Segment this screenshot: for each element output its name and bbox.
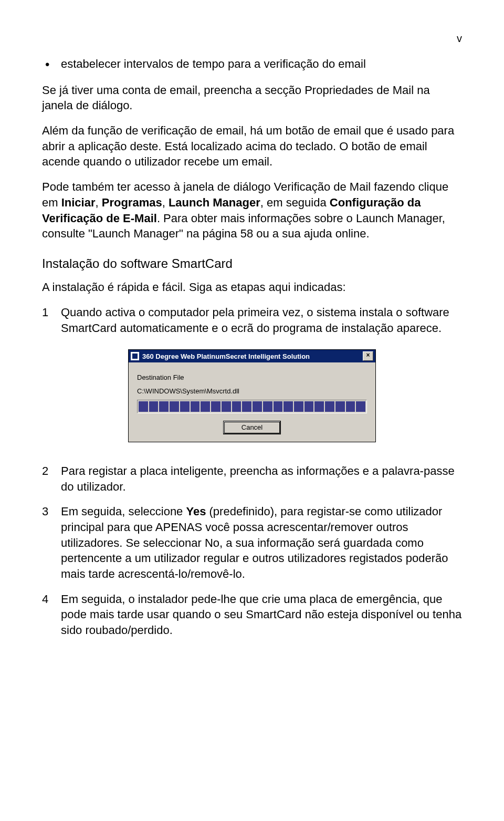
text-run: , — [162, 196, 169, 209]
paragraph: Se já tiver uma conta de email, preencha… — [42, 82, 462, 113]
bullet-item: estabelecer intervalos de tempo para a v… — [42, 56, 462, 72]
progress-segment — [149, 401, 159, 412]
bold-run: Programas — [102, 196, 162, 209]
progress-segment — [356, 401, 365, 412]
section-heading: Instalação do software SmartCard — [42, 255, 462, 272]
step-item: 2 Para registar a placa inteligente, pre… — [42, 463, 462, 494]
paragraph: Além da função de verificação de email, … — [42, 123, 462, 170]
step-number: 4 — [42, 591, 61, 638]
field-label: Destination File — [137, 373, 367, 382]
step-item: 3 Em seguida, seleccione Yes (predefinid… — [42, 504, 462, 581]
progress-segment — [232, 401, 242, 412]
progress-bar — [137, 400, 367, 413]
progress-segment — [180, 401, 190, 412]
text-run: Em seguida, seleccione — [61, 505, 186, 518]
progress-segment — [335, 401, 345, 412]
step-text: Para registar a placa inteligente, preen… — [61, 463, 462, 494]
bold-run: Iniciar — [61, 196, 96, 209]
progress-segment — [201, 401, 210, 412]
step-list: 1 Quando activa o computador pela primei… — [42, 305, 462, 336]
dialog-figure: 360 Degree Web PlatinumSecret Intelligen… — [42, 349, 462, 442]
progress-segment — [159, 401, 169, 412]
step-item: 1 Quando activa o computador pela primei… — [42, 305, 462, 336]
dialog-title: 360 Degree Web PlatinumSecret Intelligen… — [142, 352, 363, 361]
paragraph: A instalação é rápida e fácil. Siga as e… — [42, 279, 462, 295]
step-number: 2 — [42, 463, 61, 494]
progress-segment — [314, 401, 324, 412]
bullet-list: estabelecer intervalos de tempo para a v… — [42, 56, 462, 72]
step-number: 1 — [42, 305, 61, 336]
step-item: 4 Em seguida, o instalador pede-lhe que … — [42, 591, 462, 638]
step-text: Em seguida, o instalador pede-lhe que cr… — [61, 591, 462, 638]
step-text: Quando activa o computador pela primeira… — [61, 305, 462, 336]
progress-segment — [139, 401, 148, 412]
progress-segment — [325, 401, 334, 412]
bold-run: Yes — [186, 505, 206, 518]
page-number: v — [42, 32, 462, 46]
progress-segment — [346, 401, 355, 412]
progress-segment — [170, 401, 179, 412]
close-icon[interactable]: × — [363, 351, 373, 361]
step-number: 3 — [42, 504, 61, 581]
dialog-body: Destination File C:\WINDOWS\System\Msvcr… — [129, 362, 375, 442]
progress-segment — [284, 401, 293, 412]
app-icon — [131, 352, 139, 360]
installer-dialog: 360 Degree Web PlatinumSecret Intelligen… — [128, 349, 376, 442]
paragraph: Pode também ter acesso à janela de diálo… — [42, 179, 462, 242]
step-list: 2 Para registar a placa inteligente, pre… — [42, 463, 462, 638]
progress-segment — [263, 401, 272, 412]
progress-segment — [253, 401, 262, 412]
progress-segment — [242, 401, 251, 412]
progress-segment — [304, 401, 314, 412]
text-run: , — [96, 196, 102, 209]
destination-path: C:\WINDOWS\System\Msvcrtd.dll — [137, 387, 367, 396]
button-row: Cancel — [137, 421, 367, 434]
step-text: Em seguida, seleccione Yes (predefinido)… — [61, 504, 462, 581]
progress-segment — [211, 401, 220, 412]
text-run: , em seguida — [260, 196, 330, 209]
progress-segment — [294, 401, 303, 412]
dialog-titlebar: 360 Degree Web PlatinumSecret Intelligen… — [129, 350, 375, 362]
cancel-button[interactable]: Cancel — [223, 421, 281, 434]
progress-segment — [222, 401, 231, 412]
progress-segment — [274, 401, 283, 412]
progress-segment — [191, 401, 200, 412]
bold-run: Launch Manager — [169, 196, 260, 209]
